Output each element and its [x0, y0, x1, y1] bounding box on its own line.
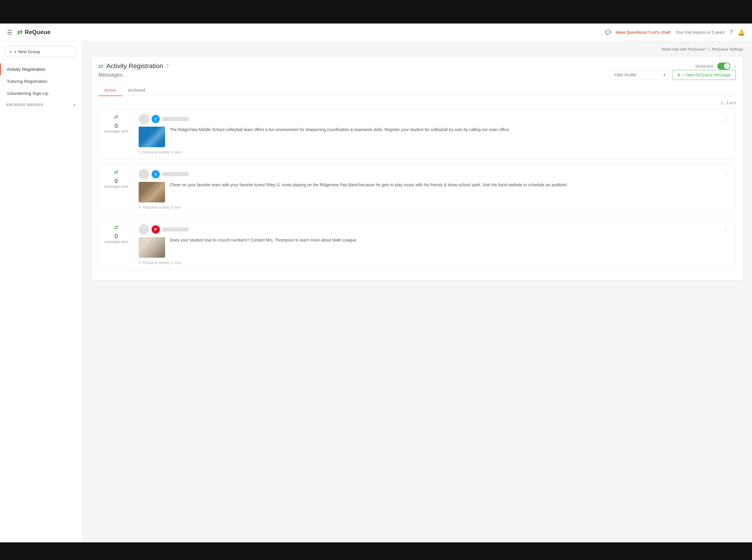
- more-options-icon[interactable]: ⋮: [720, 169, 731, 178]
- account-bar: [162, 117, 188, 121]
- message-footer: ↻ ReQueue activity: 0 sent: [139, 261, 720, 265]
- twitter-icon: t: [151, 115, 160, 123]
- plus-circle-icon: ⊕: [677, 73, 680, 77]
- message-header-row: P: [139, 224, 720, 235]
- new-group-button[interactable]: + + New Group: [5, 46, 77, 57]
- chat-link[interactable]: Have Questions? Let's chat!: [616, 30, 671, 35]
- pagination: 1 - 3 of 0: [98, 101, 736, 105]
- message-count: 0: [115, 233, 118, 240]
- group-help-icon[interactable]: ?: [166, 63, 169, 69]
- more-options-icon[interactable]: ⋮: [720, 224, 731, 234]
- more-options-icon[interactable]: ⋮: [720, 114, 731, 123]
- filter-wrapper: Filter Profile: [610, 70, 669, 80]
- refresh-icon: ↻: [139, 205, 142, 209]
- sidebar-item-volunteering-signup[interactable]: Volunteering Sign-Up: [0, 87, 82, 99]
- message-content: Cheer on your favorite team with your fa…: [139, 182, 720, 202]
- twitter-icon: t: [151, 170, 160, 178]
- sending-label: SENDING: [695, 64, 714, 68]
- plus-icon: +: [10, 49, 12, 54]
- message-text: Cheer on your favorite team with your fa…: [170, 182, 720, 202]
- message-header-row: t: [139, 114, 720, 124]
- message-header-row: t: [139, 169, 720, 180]
- help-link[interactable]: Need help with ReQueue?: [662, 47, 707, 52]
- settings-link[interactable]: ReQueue Settings: [712, 47, 743, 52]
- message-text: Does your student love to crunch numbers…: [170, 237, 720, 258]
- sending-toggle[interactable]: [717, 63, 730, 69]
- messages-section: Messages Filter Profile ⊕ + New ReQueue …: [98, 70, 736, 270]
- message-item: ⇄ 0 messages sent P: [98, 219, 736, 270]
- message-content: The RidgeView Middle School volleyball t…: [139, 127, 720, 147]
- group-header-right: SENDING ›: [695, 63, 736, 69]
- tab-active[interactable]: Active: [98, 85, 122, 96]
- avatar: [139, 114, 149, 124]
- avatar: [139, 224, 149, 235]
- group-card-header: ⇄ Activity Registration ? SENDING ›: [98, 62, 736, 70]
- message-stats: ⇄ 0 messages sent: [99, 219, 134, 269]
- hamburger-menu[interactable]: ☰: [7, 29, 12, 36]
- avatar: [139, 169, 149, 180]
- message-stats: ⇄ 0 messages sent: [99, 164, 134, 214]
- messages-title: Messages: [98, 72, 122, 78]
- message-item: ⇄ 0 messages sent t: [98, 164, 736, 215]
- group-name: Activity Registration: [106, 62, 163, 70]
- message-body: P Does your student love to crunch numbe…: [134, 219, 735, 269]
- message-item: ⇄ 0 messages sent t: [98, 109, 736, 159]
- sidebar-item-tutoring-registration[interactable]: Tutoring Registration: [0, 75, 82, 87]
- sidebar-item-activity-registration[interactable]: Activity Registration: [0, 63, 82, 75]
- message-body: t Cheer on your favorite team with your …: [134, 164, 735, 214]
- requeue-icon: ⇄: [114, 114, 118, 120]
- requeue-icon: ⇄: [114, 169, 118, 175]
- message-stats: ⇄ 0 messages sent: [99, 109, 134, 159]
- refresh-icon: ↻: [139, 261, 142, 265]
- group-card: ⇄ Activity Registration ? SENDING ›: [91, 56, 743, 281]
- message-sent-label: messages sent: [104, 129, 128, 133]
- toggle-knob: [724, 63, 730, 69]
- message-image: [139, 237, 165, 258]
- messages-header: Messages Filter Profile ⊕ + New ReQueue …: [98, 70, 736, 80]
- tab-archived[interactable]: Archived: [122, 85, 151, 96]
- refresh-icon: ↻: [139, 150, 142, 154]
- message-sent-label: messages sent: [104, 184, 128, 188]
- message-body: t The RidgeView Middle School volleyball…: [134, 109, 735, 159]
- message-count: 0: [115, 178, 118, 184]
- chat-bubble-icon: 💬: [605, 29, 611, 35]
- message-footer: ↻ ReQueue activity: 0 sent: [139, 205, 720, 209]
- top-bar: Need help with ReQueue? | ReQueue Settin…: [91, 47, 743, 52]
- message-text: The RidgeView Middle School volleyball t…: [170, 127, 720, 147]
- new-message-button[interactable]: ⊕ + New ReQueue Message: [672, 70, 736, 80]
- chevron-down-icon: ∨: [73, 103, 76, 107]
- trial-text: Your trial expires in 5 years: [676, 30, 725, 35]
- app-title: ReQueue: [25, 29, 50, 36]
- archived-groups-label: ARCHIVED GROUPS: [6, 103, 43, 107]
- group-chevron-right-icon[interactable]: ›: [734, 63, 736, 69]
- archived-groups-header[interactable]: ARCHIVED GROUPS ∨: [0, 99, 82, 111]
- message-image: [139, 182, 165, 202]
- message-image: [139, 127, 165, 147]
- new-group-label: + New Group: [14, 49, 40, 54]
- group-requeue-icon: ⇄: [98, 63, 103, 69]
- sidebar: + + New Group Activity Registration Tuto…: [0, 41, 82, 542]
- pinterest-icon: P: [151, 225, 160, 234]
- group-title: ⇄ Activity Registration ?: [98, 62, 169, 70]
- header-right: 💬 Have Questions? Let's chat! Your trial…: [605, 29, 745, 36]
- bell-icon[interactable]: 🔔: [738, 29, 745, 36]
- message-footer: ↻ ReQueue activity: 0 sent: [139, 150, 720, 154]
- logo-icon: ⇄: [17, 28, 22, 36]
- message-sent-label: messages sent: [104, 240, 128, 244]
- message-content: Does your student love to crunch numbers…: [139, 237, 720, 258]
- help-icon[interactable]: ?: [730, 29, 733, 36]
- app-logo: ⇄ ReQueue: [17, 28, 50, 36]
- message-count: 0: [115, 122, 118, 129]
- new-message-label: + New ReQueue Message: [683, 73, 731, 77]
- filter-profile-select[interactable]: Filter Profile: [610, 70, 669, 80]
- main-content: Need help with ReQueue? | ReQueue Settin…: [82, 41, 752, 542]
- messages-actions: Filter Profile ⊕ + New ReQueue Message: [610, 70, 736, 80]
- tabs: Active Archived: [98, 85, 736, 96]
- account-bar: [162, 227, 188, 232]
- requeue-icon: ⇄: [114, 224, 118, 231]
- account-bar: [162, 172, 188, 176]
